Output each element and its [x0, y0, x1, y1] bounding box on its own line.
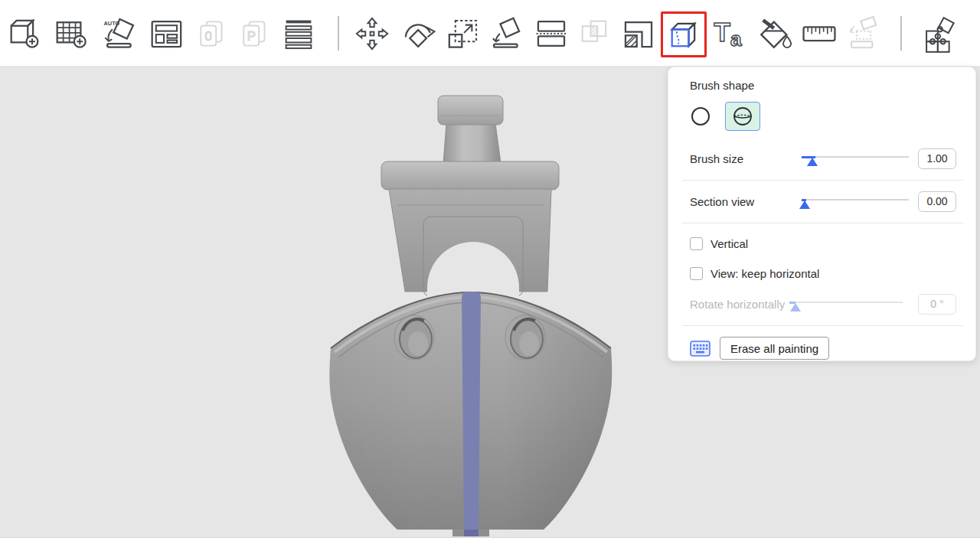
benchy-roof [381, 161, 559, 190]
seam-tool-red-highlight-box [661, 11, 707, 57]
variable-layer-height-icon[interactable] [279, 14, 318, 54]
panel-divider [682, 180, 963, 181]
add-plate-icon[interactable] [52, 14, 92, 54]
text-tool-icon[interactable]: T a [710, 14, 750, 54]
section-view-slider-thumb[interactable] [799, 201, 810, 209]
circle-brush-icon [691, 106, 710, 126]
sphere-brush-icon [733, 106, 753, 126]
split-objects-glyph: 0 [205, 29, 212, 44]
place-on-face-icon[interactable] [487, 14, 527, 54]
split-to-objects-icon[interactable]: 0 [193, 14, 233, 54]
brush-size-slider-thumb[interactable] [807, 158, 818, 166]
add-object-icon[interactable] [6, 14, 46, 54]
cut-icon[interactable] [531, 14, 571, 54]
rotate-horizontally-label: Rotate horizontally [690, 298, 785, 311]
rotate-horizontally-row: Rotate horizontally 0 ° [690, 292, 956, 315]
seam-painting-icon[interactable] [664, 15, 704, 54]
brush-shape-circle-option[interactable] [690, 102, 716, 131]
benchy-porthole-right [505, 315, 545, 360]
slicer-app-window: { "toolbar": { "items": [ {"name": "add-… [0, 0, 980, 551]
split-puzzle-icon[interactable] [919, 14, 959, 54]
brush-shape-label: Brush shape [690, 79, 975, 92]
section-view-slider[interactable] [802, 193, 909, 210]
rotate-icon[interactable] [399, 14, 439, 54]
benchy-porthole-left [394, 315, 434, 360]
erase-all-painting-button[interactable]: Erase all painting [720, 337, 829, 360]
vertical-checkbox[interactable] [690, 237, 703, 250]
brush-size-row: Brush size 1.00 [690, 147, 956, 170]
main-toolbar: AUTO 0 P [0, 0, 980, 66]
view-keep-horizontal-label: View: keep horizontal [710, 267, 819, 280]
panel-divider [682, 223, 963, 223]
move-icon[interactable] [352, 14, 392, 54]
support-painting-icon[interactable] [619, 14, 658, 54]
scale-icon[interactable] [443, 14, 483, 54]
section-view-label: Section view [690, 195, 802, 208]
text-tool-T-glyph: T [714, 17, 730, 47]
vertical-label: Vertical [710, 237, 748, 250]
toolbar-separator [900, 16, 902, 51]
section-view-value[interactable]: 0.00 [918, 191, 956, 212]
brush-shape-options [690, 102, 975, 131]
split-parts-glyph: P [247, 29, 256, 44]
panel-bottom-row: Erase all painting [690, 336, 956, 360]
view-keep-horizontal-checkbox[interactable] [690, 267, 703, 280]
benchy-boat-model [312, 84, 630, 540]
panel-divider [682, 325, 963, 326]
assembly-icon[interactable] [844, 14, 884, 54]
benchy-chimney [443, 123, 501, 163]
keyboard-shortcuts-icon[interactable] [690, 341, 710, 357]
arrange-icon[interactable] [147, 14, 187, 54]
split-to-parts-icon[interactable]: P [236, 14, 276, 54]
rotate-horizontally-slider-thumb [790, 303, 801, 311]
vertical-checkbox-row: Vertical [690, 236, 956, 251]
mesh-boolean-icon[interactable] [575, 14, 615, 54]
seam-painting-panel: Brush shape Brush size 1.00 Section view [668, 67, 976, 361]
toolbar-separator [338, 16, 339, 51]
rotate-horizontally-slider [789, 295, 903, 312]
brush-size-value[interactable]: 1.00 [918, 148, 956, 169]
brush-shape-sphere-option[interactable] [725, 102, 760, 131]
rotate-horizontally-value: 0 ° [918, 294, 956, 315]
section-view-row: Section view 0.00 [690, 190, 956, 213]
brush-size-slider[interactable] [802, 150, 909, 167]
benchy-seam-stripe [462, 292, 481, 530]
color-painting-icon[interactable] [755, 14, 795, 54]
brush-size-label: Brush size [690, 152, 802, 165]
text-tool-a-glyph: a [730, 28, 742, 51]
view-keep-horizontal-checkbox-row: View: keep horizontal [690, 266, 956, 281]
measure-icon[interactable] [799, 14, 839, 54]
auto-orient-icon[interactable]: AUTO [100, 14, 139, 54]
